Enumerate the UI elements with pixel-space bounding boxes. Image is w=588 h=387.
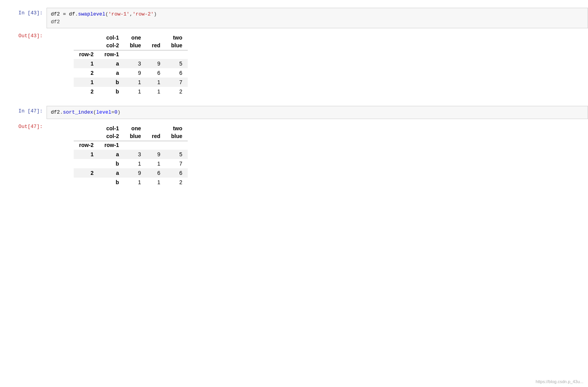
td-v3: 6	[166, 68, 188, 78]
cell-in47-input[interactable]: df2.sort_index(level=0)	[47, 106, 588, 119]
cell-in43-input[interactable]: df2 = df.swaplevel('row-1','row-2') df2	[47, 8, 588, 28]
df-table-47-header-idx: row-2 row-1	[74, 141, 188, 150]
td-v1: 1	[125, 178, 147, 187]
td-v1: 1	[125, 159, 147, 168]
td-idx1: 2	[74, 87, 99, 96]
th-one: one	[125, 33, 147, 41]
table-row: b 1 1 2	[74, 178, 188, 187]
td-idx2: a	[99, 59, 124, 68]
td-v2: 1	[146, 78, 166, 87]
table-row: 2 a 9 6 6	[74, 68, 188, 78]
td-v2: 9	[146, 59, 166, 68]
cell-out47: Out[47]: col-1 one two col-2	[0, 121, 588, 190]
th-spacer1	[125, 141, 147, 150]
df-table-47-header-bot: col-2 blue red blue	[74, 132, 188, 141]
td-idx1: 1	[74, 78, 99, 87]
td-idx2: b	[99, 78, 124, 87]
cell-out47-output: col-1 one two col-2 blue red blue	[47, 121, 588, 190]
df-table-43-header-bot: col-2 blue red blue	[74, 41, 188, 50]
df-table-43-header-top: col-1 one two	[74, 33, 188, 41]
td-v3: 7	[166, 78, 188, 87]
td-v1: 9	[125, 68, 147, 78]
td-v3: 2	[166, 87, 188, 96]
th-empty-1	[74, 124, 99, 132]
th-two: two	[166, 124, 188, 132]
td-idx1	[74, 178, 99, 187]
th-red: red	[146, 132, 166, 141]
td-v1: 1	[125, 78, 147, 87]
table-row: 2 b 1 1 2	[74, 87, 188, 96]
th-empty-1	[74, 33, 99, 41]
th-two: two	[166, 33, 188, 41]
th-spacer2	[146, 50, 166, 59]
cell-out43-output: col-1 one two col-2 blue red blue	[47, 31, 588, 100]
td-v2: 1	[146, 87, 166, 96]
td-v3: 5	[166, 59, 188, 68]
th-row2: row-2	[74, 141, 99, 150]
td-idx2: b	[99, 87, 124, 96]
td-idx1: 2	[74, 168, 99, 178]
td-idx1: 2	[74, 68, 99, 78]
td-idx2: a	[99, 168, 124, 178]
df-table-43-body: 1 a 3 9 5 2 a 9 6 6	[74, 59, 188, 96]
th-empty-2	[146, 124, 166, 132]
th-red: red	[146, 41, 166, 50]
th-spacer1	[125, 50, 147, 59]
td-v3: 5	[166, 150, 188, 159]
td-v2: 6	[146, 68, 166, 78]
th-spacer3	[166, 141, 188, 150]
td-v2: 1	[146, 178, 166, 187]
table-row: 2 a 9 6 6	[74, 168, 188, 178]
th-blue1: blue	[125, 132, 147, 141]
df-table-47-header-top: col-1 one two	[74, 124, 188, 132]
cell-out43-label: Out[43]:	[0, 31, 47, 39]
th-col1: col-1	[99, 33, 124, 41]
td-v2: 9	[146, 150, 166, 159]
cell-in47: In [47]: df2.sort_index(level=0)	[0, 106, 588, 119]
td-idx2: b	[99, 159, 124, 168]
th-blue2: blue	[166, 41, 188, 50]
df-table-43-header-idx: row-2 row-1	[74, 50, 188, 59]
table-row: 1 a 3 9 5	[74, 150, 188, 159]
cell-out47-label: Out[47]:	[0, 121, 47, 130]
th-spacer2	[146, 141, 166, 150]
th-one: one	[125, 124, 147, 132]
td-v2: 6	[146, 168, 166, 178]
table-row: 1 a 3 9 5	[74, 59, 188, 68]
td-v1: 9	[125, 168, 147, 178]
td-v1: 3	[125, 59, 147, 68]
td-v3: 7	[166, 159, 188, 168]
th-row1: row-1	[99, 50, 124, 59]
th-empty-3	[74, 41, 99, 50]
td-idx1: 1	[74, 59, 99, 68]
td-v1: 3	[125, 150, 147, 159]
table-row: b 1 1 7	[74, 159, 188, 168]
cell-in47-label: In [47]:	[0, 106, 47, 114]
table-row: 1 b 1 1 7	[74, 78, 188, 87]
cell-in43-label: In [43]:	[0, 8, 47, 16]
th-col1: col-1	[99, 124, 124, 132]
th-spacer3	[166, 50, 188, 59]
th-blue2: blue	[166, 132, 188, 141]
df-table-47: col-1 one two col-2 blue red blue	[74, 124, 188, 187]
df-table-47-body: 1 a 3 9 5 b 1 1 7	[74, 150, 188, 187]
th-row1: row-1	[99, 141, 124, 150]
td-idx2: b	[99, 178, 124, 187]
td-v2: 1	[146, 159, 166, 168]
th-empty-2	[146, 33, 166, 41]
th-blue1: blue	[125, 41, 147, 50]
td-idx2: a	[99, 150, 124, 159]
th-empty-3	[74, 132, 99, 141]
td-v3: 6	[166, 168, 188, 178]
td-v3: 2	[166, 178, 188, 187]
th-col2: col-2	[99, 41, 124, 50]
td-idx1: 1	[74, 150, 99, 159]
td-v1: 1	[125, 87, 147, 96]
cell-out43: Out[43]: col-1 one two col-2	[0, 31, 588, 100]
cell-in43: In [43]: df2 = df.swaplevel('row-1','row…	[0, 8, 588, 28]
th-row2: row-2	[74, 50, 99, 59]
th-col2: col-2	[99, 132, 124, 141]
df-table-43: col-1 one two col-2 blue red blue	[74, 33, 188, 96]
df-table-47-wrap: col-1 one two col-2 blue red blue	[74, 124, 188, 187]
df-table-43-wrap: col-1 one two col-2 blue red blue	[74, 33, 188, 96]
